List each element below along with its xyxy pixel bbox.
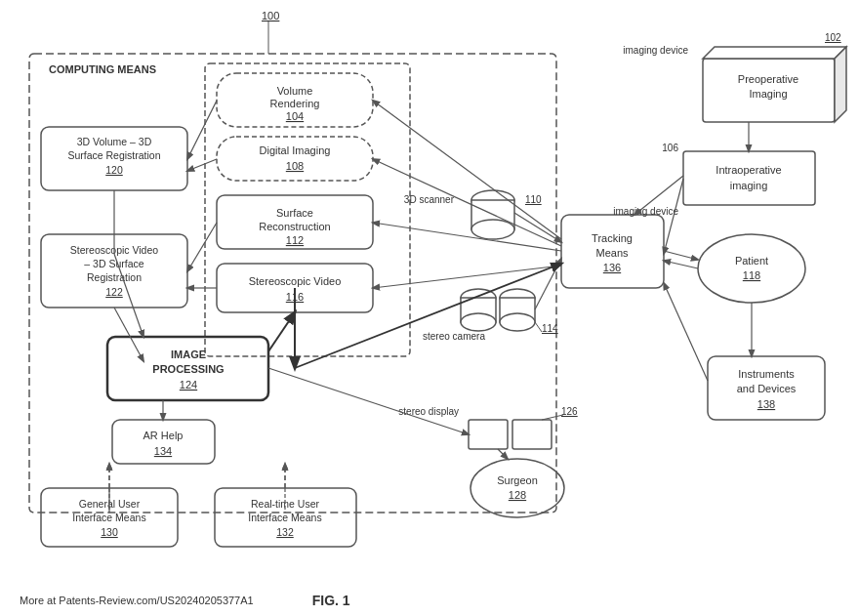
ref-126: 126: [561, 406, 578, 417]
ref-122: 122: [105, 286, 123, 298]
ref-102: 102: [825, 32, 841, 43]
intraoperative-label2: imaging: [730, 180, 768, 191]
ref-124: 124: [180, 379, 197, 390]
ar-help-label: AR Help: [143, 430, 184, 441]
instruments-label: Instruments: [738, 368, 795, 380]
stereo-display-label: stereo display: [398, 406, 459, 417]
ref-108: 108: [286, 160, 304, 172]
ref-104: 104: [286, 110, 304, 122]
surgeon-label: Surgeon: [497, 474, 538, 486]
patient-label: Patient: [735, 255, 768, 267]
imaging-device-top-label: imaging device: [623, 45, 688, 56]
image-processing-label2: PROCESSING: [152, 363, 224, 375]
surface-reconstruction-label2: Reconstruction: [259, 221, 330, 232]
ref-118: 118: [743, 269, 760, 281]
ref-130: 130: [101, 526, 118, 538]
ref-136: 136: [603, 262, 621, 273]
svg-marker-16: [835, 47, 846, 122]
ref-134: 134: [154, 445, 172, 457]
vol-3d-label: 3D Volume – 3D: [77, 136, 152, 147]
stereoscopic-video-label: Stereoscopic Video: [249, 275, 342, 287]
imaging-device-bottom-label: imaging device: [613, 206, 678, 217]
svg-marker-15: [703, 47, 846, 59]
computing-means-label: COMPUTING MEANS: [49, 63, 156, 75]
tracking-means-label2: Means: [595, 247, 629, 259]
diagram-svg: COMPUTING MEANS 100 Volume Rendering 104…: [0, 0, 859, 576]
stereo-camera-label: stereo camera: [423, 331, 485, 342]
vol-3d-label2: Surface Registration: [67, 149, 160, 161]
footer: More at Patents-Review.com/US20240205377…: [0, 593, 859, 608]
stereo-3d-label3: Registration: [87, 271, 142, 283]
realtime-ui-label2: Interface Means: [248, 512, 321, 523]
ref-114: 114: [542, 323, 558, 334]
tracking-means-label: Tracking: [592, 232, 633, 244]
preoperative-label: Preoperative: [738, 73, 798, 85]
intraoperative-label: Intraoperative: [716, 164, 781, 176]
svg-point-23: [461, 313, 496, 331]
ref-138: 138: [757, 398, 775, 410]
ref-120: 120: [105, 164, 123, 176]
general-ui-label2: Interface Means: [72, 512, 145, 523]
svg-rect-28: [512, 420, 552, 449]
preoperative-label2: Imaging: [749, 88, 787, 100]
instruments-label2: and Devices: [737, 383, 797, 394]
footer-url: More at Patents-Review.com/US20240205377…: [20, 595, 254, 606]
volume-rendering-label: Volume: [277, 85, 313, 97]
svg-point-26: [500, 313, 535, 331]
svg-rect-17: [683, 151, 815, 205]
digital-imaging-label: Digital Imaging: [260, 144, 331, 156]
volume-rendering-label2: Rendering: [270, 98, 320, 109]
stereo-3d-label2: – 3D Surface: [84, 258, 143, 269]
scanner-3d-label: 3D scanner: [404, 194, 455, 205]
footer-fig: FIG. 1: [312, 593, 350, 608]
svg-point-20: [471, 220, 514, 239]
ref-112: 112: [286, 234, 304, 246]
surface-reconstruction-label: Surface: [276, 207, 313, 219]
ref-106: 106: [662, 143, 678, 153]
diagram-container: COMPUTING MEANS 100 Volume Rendering 104…: [0, 0, 859, 576]
ref-132: 132: [276, 526, 294, 538]
image-processing-label: IMAGE: [171, 349, 206, 360]
ref-128: 128: [509, 489, 526, 501]
svg-rect-27: [469, 420, 508, 449]
ref-110: 110: [525, 194, 542, 205]
ref-100: 100: [262, 10, 279, 21]
